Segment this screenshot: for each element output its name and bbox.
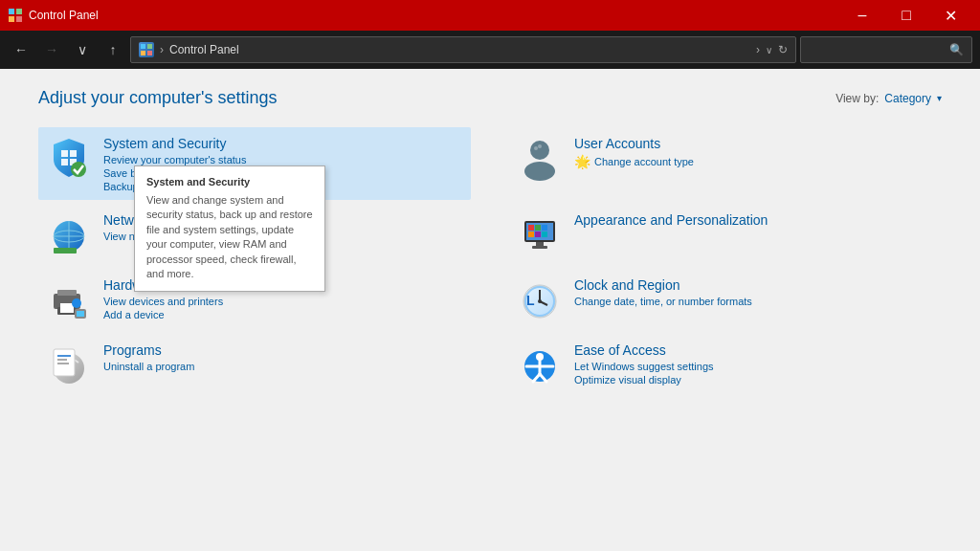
ease-icon	[517, 342, 563, 387]
svg-rect-4	[141, 44, 145, 49]
programs-icon	[46, 342, 92, 387]
ease-link-1[interactable]: Let Windows suggest settings	[574, 361, 934, 372]
view-by-dropdown[interactable]: Category	[884, 92, 931, 105]
back-button[interactable]: ←	[8, 36, 34, 63]
clock-name[interactable]: Clock and Region	[574, 277, 680, 293]
ease-text: Ease of Access Let Windows suggest setti…	[574, 342, 934, 386]
category-appearance[interactable]: Appearance and Personalization	[509, 204, 942, 265]
clock-icon: L	[517, 276, 563, 322]
address-icon	[139, 42, 154, 57]
system-security-link-1[interactable]: Review your computer's status	[103, 154, 463, 165]
clock-link-1[interactable]: Change date, time, or number formats	[574, 296, 934, 307]
svg-rect-25	[535, 225, 541, 231]
forward-button[interactable]: →	[38, 36, 65, 63]
category-clock[interactable]: L Clock and Region Change date, time, or…	[509, 269, 942, 330]
close-button[interactable]: ✕	[928, 0, 972, 31]
refresh-button[interactable]: ↻	[778, 43, 788, 56]
svg-rect-27	[528, 231, 534, 237]
svg-rect-2	[9, 16, 14, 22]
view-by-arrow[interactable]: ▾	[937, 93, 942, 103]
svg-rect-38	[77, 311, 84, 317]
window-controls: – □ ✕	[840, 0, 972, 31]
svg-rect-3	[16, 16, 22, 22]
dropdown-button[interactable]: ∨	[69, 36, 96, 63]
svg-rect-51	[57, 355, 71, 357]
programs-name[interactable]: Programs	[103, 342, 162, 358]
system-security-icon	[46, 135, 92, 181]
search-icon: 🔍	[949, 43, 964, 56]
clock-text: Clock and Region Change date, time, or n…	[574, 276, 934, 307]
svg-rect-28	[535, 231, 541, 237]
svg-rect-26	[542, 225, 547, 231]
user-accounts-text: User Accounts 🌟 Change account type	[574, 135, 934, 169]
svg-rect-29	[542, 231, 547, 237]
programs-link-1[interactable]: Uninstall a program	[103, 361, 463, 372]
tooltip-text: View and change system and security stat…	[146, 193, 313, 281]
main-content: Adjust your computer's settings View by:…	[0, 69, 980, 551]
hardware-link-1[interactable]: View devices and printers	[103, 296, 463, 307]
category-system-security[interactable]: System and Security Review your computer…	[38, 127, 471, 200]
window-title: Control Panel	[29, 9, 840, 22]
svg-rect-10	[61, 159, 68, 165]
user-accounts-link-1[interactable]: 🌟 Change account type	[574, 154, 934, 169]
category-user-accounts[interactable]: User Accounts 🌟 Change account type	[509, 127, 942, 200]
svg-rect-0	[9, 9, 14, 14]
user-accounts-name[interactable]: User Accounts	[574, 136, 660, 151]
svg-rect-1	[16, 9, 22, 14]
address-breadcrumb: Control Panel	[169, 43, 750, 56]
svg-text:L: L	[526, 293, 535, 308]
system-security-name[interactable]: System and Security	[103, 136, 226, 151]
svg-point-14	[524, 162, 555, 181]
svg-rect-30	[536, 242, 544, 246]
categories-grid: System and Security Review your computer…	[38, 127, 942, 395]
hardware-icon	[46, 276, 92, 322]
svg-rect-9	[70, 150, 77, 157]
address-separator-left: ›	[160, 43, 164, 56]
svg-rect-31	[532, 246, 547, 249]
appearance-name[interactable]: Appearance and Personalization	[574, 212, 768, 228]
navbar: ← → ∨ ↑ › Control Panel › ∨ ↻ 🔍	[0, 31, 980, 69]
page-title: Adjust your computer's settings	[38, 88, 278, 108]
titlebar: Control Panel – □ ✕	[0, 0, 980, 31]
system-security-tooltip: System and Security View and change syst…	[134, 165, 325, 292]
svg-rect-21	[54, 248, 77, 253]
svg-rect-52	[57, 359, 67, 361]
svg-point-12	[71, 162, 86, 177]
maximize-button[interactable]: □	[884, 0, 928, 31]
svg-rect-7	[147, 51, 152, 55]
page-header: Adjust your computer's settings View by:…	[38, 88, 942, 108]
svg-rect-8	[61, 150, 68, 157]
category-ease[interactable]: Ease of Access Let Windows suggest setti…	[509, 334, 942, 395]
appearance-text: Appearance and Personalization	[574, 211, 934, 229]
svg-rect-6	[141, 51, 145, 55]
svg-point-15	[534, 146, 538, 150]
up-button[interactable]: ↑	[100, 36, 126, 63]
ease-link-2[interactable]: Optimize visual display	[574, 374, 934, 386]
svg-point-36	[72, 298, 81, 308]
svg-rect-53	[57, 363, 69, 364]
svg-rect-24	[528, 225, 534, 231]
app-icon	[8, 8, 23, 23]
programs-text: Programs Uninstall a program	[103, 342, 463, 372]
search-box[interactable]: 🔍	[800, 36, 972, 63]
search-input[interactable]	[809, 43, 946, 56]
network-icon	[46, 211, 92, 257]
svg-point-16	[538, 144, 542, 148]
svg-rect-5	[147, 44, 152, 49]
address-separator-right: ›	[756, 43, 760, 56]
view-by-label: View by:	[835, 92, 879, 105]
address-dropdown-arrow[interactable]: ∨	[766, 45, 772, 55]
svg-rect-35	[60, 303, 74, 313]
minimize-button[interactable]: –	[840, 0, 884, 31]
appearance-icon	[517, 211, 563, 257]
address-bar[interactable]: › Control Panel › ∨ ↻	[130, 36, 796, 63]
svg-rect-33	[57, 290, 77, 296]
svg-point-43	[538, 299, 542, 303]
tooltip-title: System and Security	[146, 176, 313, 187]
user-accounts-icon	[517, 135, 563, 181]
svg-point-13	[530, 141, 549, 160]
category-programs[interactable]: Programs Uninstall a program	[38, 334, 471, 395]
hardware-link-2[interactable]: Add a device	[103, 309, 463, 320]
ease-name[interactable]: Ease of Access	[574, 342, 666, 358]
view-by: View by: Category ▾	[835, 92, 942, 105]
